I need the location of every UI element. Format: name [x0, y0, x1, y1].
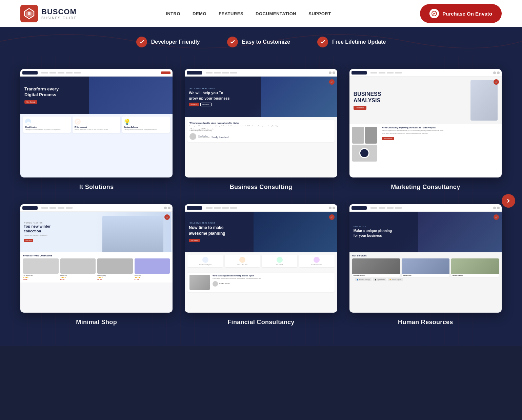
- feature-customize: Easy to Customize: [227, 37, 290, 47]
- step-icon: [239, 257, 245, 263]
- nav-features[interactable]: FEATURES: [219, 11, 243, 16]
- it-card-sw-text: Offering dashboard solution we. Top expe…: [124, 129, 168, 131]
- fc-card-content: We're knowledgeable about making benefit…: [213, 275, 332, 290]
- hr-cart-badge: 🛒: [494, 214, 499, 220]
- it-solutions-preview: Transform everyDigital Process Get Start…: [20, 69, 173, 177]
- bc-info-card: We're knowledgeable about making benefit…: [187, 120, 334, 142]
- hr-mini-logo: [352, 206, 367, 210]
- fc-avatar: [213, 281, 218, 287]
- hr-services-grid: Business Strategy Digital Media Human Su…: [352, 258, 499, 277]
- ms-model-image: [95, 212, 171, 252]
- features-bar: Developer Friendly Easy to Customize Fre…: [0, 27, 522, 56]
- svg-rect-3: [28, 12, 31, 15]
- bc-hero-image: [261, 77, 337, 117]
- bc-hero: Inclusive Real Sales We will help you To…: [185, 77, 337, 117]
- mc-img3: [352, 145, 377, 162]
- bc-cart-badge: 🛒: [329, 79, 335, 85]
- it-hero-text: Transform everyDigital Process Get Start…: [24, 86, 59, 104]
- bc-label: Business Consulting: [230, 184, 293, 191]
- fc-finance-label: Your Finance System: [189, 264, 221, 266]
- demo-section: Transform everyDigital Process Get Start…: [0, 56, 522, 346]
- ms-product-1-price: £2.00: [23, 278, 59, 280]
- hr-badge-row: 👤 Business Strategy 📱 Digital Media 🤝 Hu…: [352, 277, 499, 282]
- demo-card-marketing[interactable]: BUSINESS ANALYSIS Read More 🛒: [349, 69, 502, 191]
- fc-mini-links: [206, 207, 237, 209]
- ms-mini-nav: [20, 204, 173, 212]
- ms-products-title: Fresh Arrivals Collections: [23, 254, 170, 257]
- fc-lower: We're knowledgeable about making benefit…: [185, 270, 337, 295]
- bc-hero-title: We will help you Togrow up your business: [189, 90, 229, 101]
- fc-hero: Inclusive Real Sales Now time to makeawe…: [185, 212, 337, 252]
- mc-title-line2: ANALYSIS: [354, 97, 467, 104]
- ms-mini-links: [41, 207, 73, 209]
- demo-card-it-solutions[interactable]: Transform everyDigital Process Get Start…: [20, 69, 173, 191]
- ms-preview: WOMEN FASHION Top new wintercollection E…: [20, 204, 173, 313]
- it-card-mgmt-text: Offering dashboard solution we. Top expe…: [75, 129, 118, 131]
- ms-product-3-price: £8.00: [97, 278, 133, 280]
- nav-support[interactable]: SUPPORT: [308, 11, 331, 16]
- bc-hero-text: Inclusive Real Sales We will help you To…: [189, 87, 229, 106]
- mc-mini-right: [493, 71, 500, 74]
- nav-intro[interactable]: INTRO: [166, 11, 180, 16]
- cloud-icon: ☁: [25, 119, 31, 125]
- mc-label: Marketing Consultancy: [391, 184, 460, 191]
- hr-services-title: Our Services: [352, 254, 499, 257]
- bc-person-title: CEO & Creative Director: [198, 137, 209, 138]
- mc-content-row: We're Constantly Improving Our Skills to…: [352, 127, 499, 162]
- hr-hero-image: [418, 212, 502, 252]
- it-mini-cta: [161, 71, 170, 74]
- bc-card-text: Lorem ipsum dolor sit amet consectetur a…: [189, 125, 332, 127]
- hr-service-1: Business Strategy: [352, 258, 400, 277]
- mc-mini-nav: [349, 69, 502, 77]
- demo-card-business-consulting[interactable]: Inclusive Real Sales We will help you To…: [185, 69, 337, 191]
- mc-img2: [365, 127, 377, 144]
- hr-preview: Welcome To Make a unique planningfor you…: [349, 204, 502, 313]
- demo-card-minimal-shop[interactable]: WOMEN FASHION Top new wintercollection E…: [20, 204, 173, 326]
- ms-product-3: Checking bag ★★★★ £8.00: [97, 258, 133, 280]
- hr-mini-links: [370, 207, 402, 209]
- demo-card-hr[interactable]: Welcome To Make a unique planningfor you…: [349, 204, 502, 326]
- hr-service-2-img: [402, 258, 449, 274]
- purchase-button[interactable]: Purchase On Envato: [420, 4, 502, 23]
- bc-outline-btn: Learn More: [200, 103, 211, 106]
- it-mini-right: [161, 71, 170, 74]
- ms-hero: WOMEN FASHION Top new wintercollection E…: [20, 212, 173, 252]
- it-mini-link: [49, 72, 56, 74]
- nav-documentation[interactable]: DOCUMENTATION: [256, 11, 296, 16]
- it-hero-btn: Get Started: [24, 100, 37, 104]
- ms-product-3-img: [97, 258, 133, 274]
- it-mini-links: [41, 72, 81, 74]
- mc-hero-text: BUSINESS ANALYSIS Read More: [354, 91, 467, 110]
- mc-lower: We're Constantly Improving Our Skills to…: [349, 124, 502, 164]
- mc-img1: [352, 127, 364, 144]
- ms-product-4-price: £5.00: [135, 278, 170, 280]
- hr-hero-title: Make a unique planningfor your business: [354, 229, 392, 238]
- hr-mini-right: [493, 207, 500, 209]
- it-hero-image: [89, 77, 173, 114]
- logo-icon: [20, 5, 38, 22]
- fc-label: Financial Consultancy: [227, 319, 294, 326]
- it-mini-nav: [20, 69, 173, 77]
- fc-hero-text: Inclusive Real Sales Now time to makeawe…: [189, 222, 225, 243]
- hr-badge-2-icon: 📱: [375, 279, 376, 280]
- ms-product-2-img: [60, 258, 96, 274]
- it-card-software: 💡 Custom Software Offering dashboard sol…: [122, 117, 170, 133]
- bc-mini-nav: [185, 69, 337, 77]
- fc-goal-label: Set A Goal: [263, 264, 296, 266]
- fc-hero-btn: Get Started: [189, 239, 200, 242]
- hr-badge-3-icon: 🤝: [389, 279, 391, 280]
- mc-hero: BUSINESS ANALYSIS Read More 🛒: [349, 77, 502, 124]
- bc-person-name: Olivia Rowland: [198, 135, 209, 137]
- nav-demo[interactable]: DEMO: [193, 11, 206, 16]
- it-card-sw-title: Custom Software: [124, 126, 168, 128]
- fc-hero-image: [254, 212, 337, 252]
- nav-arrow-right[interactable]: [502, 194, 515, 208]
- fc-icon-achieve: Your Achievement: [299, 255, 335, 267]
- bc-mini-right: [329, 71, 335, 74]
- it-card-mgmt-title: IT Management: [75, 126, 118, 128]
- logo-area: BUSCOM BUSINES GUIDE: [20, 5, 77, 22]
- demo-card-financial[interactable]: Inclusive Real Sales Now time to makeawe…: [185, 204, 337, 326]
- customize-check-icon: [227, 37, 238, 47]
- it-card-cloud: ☁ Cloud Services Offering cloud services…: [23, 117, 71, 133]
- logo-name: BUSCOM: [41, 7, 77, 16]
